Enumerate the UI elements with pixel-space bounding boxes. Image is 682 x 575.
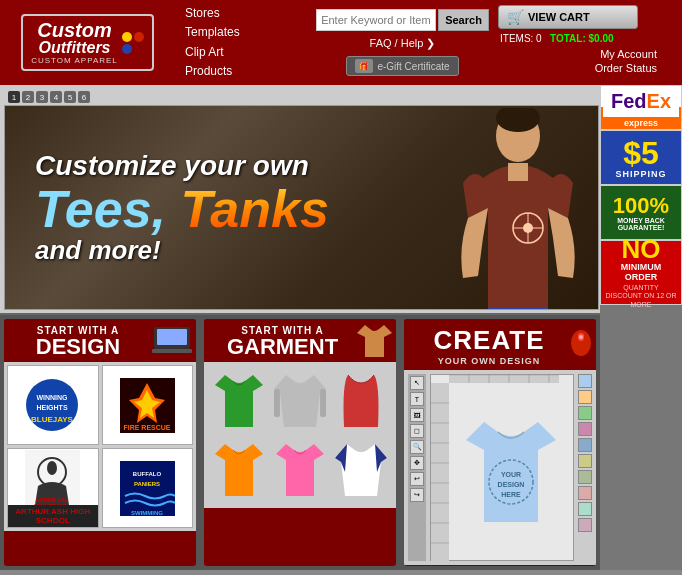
model-svg bbox=[443, 108, 593, 311]
search-row: Search bbox=[316, 9, 489, 31]
ruler-top bbox=[449, 375, 559, 383]
nav-products[interactable]: Products bbox=[185, 62, 305, 81]
design-item-buffalo[interactable]: BUFFALO PANIERS SWIMMING bbox=[102, 448, 194, 528]
canvas-content: YOUR DESIGN HERE bbox=[449, 379, 573, 564]
tool-move[interactable]: ✥ bbox=[410, 456, 424, 470]
studio-thumb-3[interactable] bbox=[578, 406, 592, 420]
fedex-fed: Fed bbox=[611, 90, 647, 112]
slide-headline3: and more! bbox=[35, 235, 413, 266]
logo-outfitters: Outfitters bbox=[31, 40, 118, 56]
tool-undo[interactable]: ↩ bbox=[410, 472, 424, 486]
svg-rect-23 bbox=[120, 461, 175, 516]
design-item-arthur-ash[interactable]: ARTHUR ASH HIGH SCHOOL ARTHUR ASH HIGH S… bbox=[7, 448, 99, 528]
shipping-widget: $5 SHIPPING bbox=[600, 130, 682, 185]
grey-longsleeve-svg bbox=[274, 375, 326, 427]
studio-thumb-9[interactable] bbox=[578, 502, 592, 516]
cart-icon: 🛒 bbox=[507, 9, 524, 25]
studio-thumb-2[interactable] bbox=[578, 390, 592, 404]
slide-dot-6[interactable]: 6 bbox=[78, 91, 90, 103]
slide-headline2: Tees, Tanks bbox=[35, 183, 413, 235]
cart-items: ITEMS: 0 bbox=[500, 33, 542, 44]
tool-text[interactable]: T bbox=[410, 392, 424, 406]
svg-rect-28 bbox=[320, 389, 326, 417]
tool-shape[interactable]: ◻ bbox=[410, 424, 424, 438]
studio-thumb-7[interactable] bbox=[578, 470, 592, 484]
logo-sub: CUSTOM APPAREL bbox=[31, 56, 118, 65]
tool-select[interactable]: ↖ bbox=[410, 376, 424, 390]
garment-navy-raglan[interactable] bbox=[333, 437, 390, 502]
fire-rescue-graphic: FIRE RESCUE bbox=[120, 378, 175, 433]
garment-red-tanktop[interactable] bbox=[333, 368, 390, 433]
right-sidebar: FedEx express $5 SHIPPING 100% MONEY BAC… bbox=[600, 85, 682, 570]
studio-shirt-svg: YOUR DESIGN HERE bbox=[466, 422, 556, 522]
garment-column: START WITH A GARMENT bbox=[204, 319, 396, 566]
order-status-link[interactable]: Order Status bbox=[595, 62, 657, 74]
view-cart-button[interactable]: 🛒 VIEW CART bbox=[498, 5, 638, 29]
logo-box: Custom Outfitters CUSTOM APPAREL bbox=[21, 14, 154, 71]
garment-pink-tshirt[interactable] bbox=[271, 437, 328, 502]
studio-thumb-5[interactable] bbox=[578, 438, 592, 452]
gift-icon: 🎁 bbox=[355, 59, 373, 73]
arthur-ash-graphic: ARTHUR ASH HIGH SCHOOL bbox=[25, 450, 80, 505]
nominimum-order: ORDER bbox=[625, 272, 658, 282]
nav-clipart[interactable]: Clip Art bbox=[185, 43, 305, 62]
search-area: Search FAQ / Help ❯ 🎁 e-Gift Certificate bbox=[315, 0, 490, 85]
slide-dot-2[interactable]: 2 bbox=[22, 91, 34, 103]
guarantee-line2: GUARANTEE! bbox=[618, 224, 665, 231]
svg-text:HEIGHTS: HEIGHTS bbox=[37, 404, 68, 411]
garment-shirt-icon bbox=[357, 325, 392, 359]
studio-thumb-1[interactable] bbox=[578, 374, 592, 388]
slide-dot-1[interactable]: 1 bbox=[8, 91, 20, 103]
studio-thumb-6[interactable] bbox=[578, 454, 592, 468]
garment-grey-longsleeve[interactable] bbox=[271, 368, 328, 433]
guarantee-pct: 100% bbox=[613, 195, 669, 217]
dot-blue bbox=[122, 44, 132, 54]
studio-thumb-10[interactable] bbox=[578, 518, 592, 532]
fedex-logo: FedEx bbox=[603, 86, 679, 117]
studio-thumb-8[interactable] bbox=[578, 486, 592, 500]
garment-green-tshirt[interactable] bbox=[210, 368, 267, 433]
tool-redo[interactable]: ↪ bbox=[410, 488, 424, 502]
gift-certificate[interactable]: 🎁 e-Gift Certificate bbox=[346, 56, 458, 76]
my-account-link[interactable]: My Account bbox=[600, 48, 657, 60]
nav-stores[interactable]: Stores bbox=[185, 4, 305, 23]
logo-custom: Custom bbox=[31, 20, 118, 40]
create-sub-label: YOUR OWN DESIGN bbox=[408, 356, 592, 366]
nav-area: Home Stores Templates Clip Art Products … bbox=[175, 0, 315, 85]
design-col-body: WINNING HEIGHTS BLUEJAYS bbox=[4, 362, 196, 531]
faq-link[interactable]: FAQ / Help ❯ bbox=[370, 37, 436, 50]
slide-dot-5[interactable]: 5 bbox=[64, 91, 76, 103]
tool-zoom[interactable]: 🔍 bbox=[410, 440, 424, 454]
dot-red bbox=[134, 32, 144, 42]
slide-model bbox=[443, 108, 598, 308]
guarantee-line1: MONEY BACK bbox=[617, 217, 665, 224]
studio-thumb-4[interactable] bbox=[578, 422, 592, 436]
arthur-ash-thumb: ARTHUR ASH HIGH SCHOOL bbox=[8, 449, 98, 505]
fedex-widget: FedEx express bbox=[600, 85, 682, 130]
design-item-bluejays[interactable]: WINNING HEIGHTS BLUEJAYS bbox=[7, 365, 99, 445]
slider-dots: 1 2 3 4 5 6 bbox=[4, 89, 596, 105]
laptop-icon bbox=[152, 325, 192, 355]
search-input[interactable] bbox=[316, 9, 436, 31]
content-row: 1 2 3 4 5 6 Customize your own Tees, Tan… bbox=[0, 85, 682, 570]
header: Custom Outfitters CUSTOM APPAREL bbox=[0, 0, 682, 85]
garment-orange-tshirt[interactable] bbox=[210, 437, 267, 502]
design-col-header: START WITH A DESIGN bbox=[4, 319, 196, 362]
slide-image: Customize your own Tees, Tanks and more! bbox=[4, 105, 599, 310]
dot-yellow bbox=[122, 32, 132, 42]
search-button[interactable]: Search bbox=[438, 9, 489, 31]
nominimum-no: NO bbox=[622, 236, 661, 262]
svg-rect-41 bbox=[431, 383, 449, 563]
nav-templates[interactable]: Templates bbox=[185, 23, 305, 42]
create-col-header: CREATE YOUR OWN DESIGN bbox=[404, 319, 596, 370]
shipping-label: SHIPPING bbox=[615, 169, 666, 179]
buffalo-thumb: BUFFALO PANIERS SWIMMING bbox=[103, 458, 193, 518]
tool-image[interactable]: 🖼 bbox=[410, 408, 424, 422]
svg-rect-27 bbox=[274, 389, 280, 417]
studio-canvas[interactable]: YOUR DESIGN HERE bbox=[430, 374, 574, 561]
red-tanktop-svg bbox=[342, 375, 380, 427]
slide-dot-3[interactable]: 3 bbox=[36, 91, 48, 103]
fedex-ex: Ex bbox=[647, 90, 671, 112]
design-item-fire-rescue[interactable]: FIRE RESCUE bbox=[102, 365, 194, 445]
slide-dot-4[interactable]: 4 bbox=[50, 91, 62, 103]
